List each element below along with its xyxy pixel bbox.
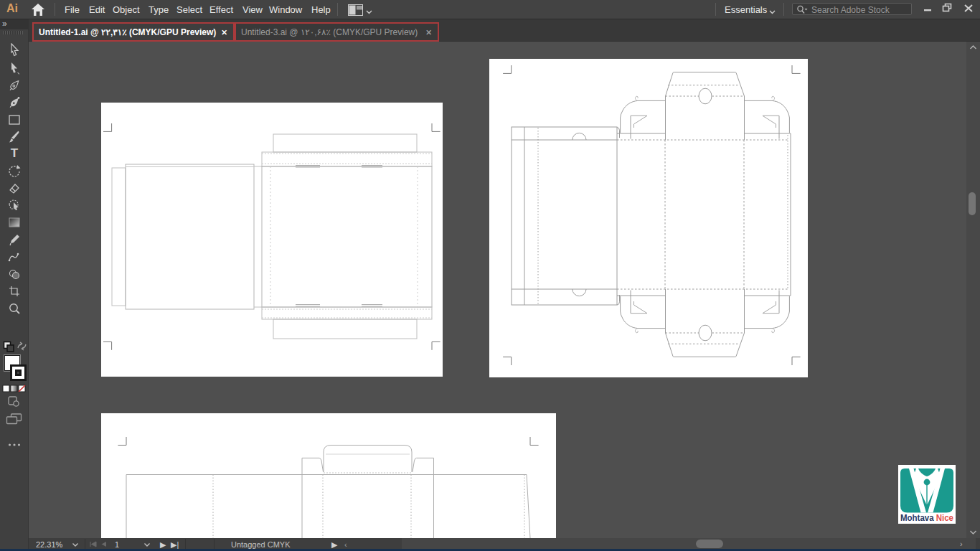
svg-text:Mohtava Nice: Mohtava Nice <box>900 513 953 523</box>
